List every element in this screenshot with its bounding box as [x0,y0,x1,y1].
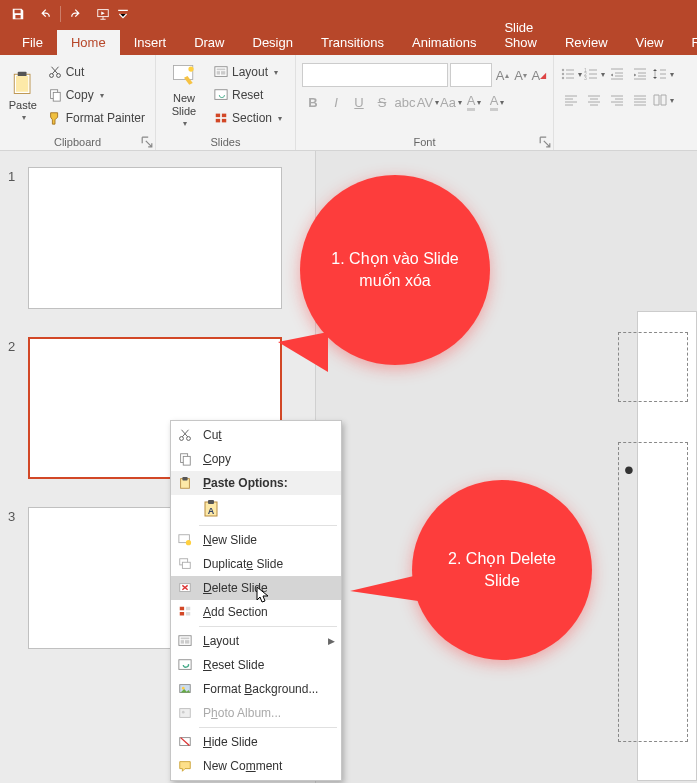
menu-item-comment[interactable]: New Comment [171,754,341,778]
delete-icon [175,578,195,598]
svg-rect-47 [179,660,191,670]
quick-access-toolbar [0,0,697,28]
separator [60,6,61,22]
svg-point-5 [56,74,60,78]
layout-button[interactable]: Layout▾ [210,61,286,83]
increase-font-button[interactable]: A▴ [494,64,510,86]
svg-point-51 [182,711,185,714]
copy-button[interactable]: Copy▾ [44,84,149,106]
tab-home[interactable]: Home [57,30,120,55]
numbering-button[interactable]: 123▾ [583,63,605,85]
text-shadow-button[interactable]: abc [394,91,416,113]
redo-button[interactable] [65,2,89,26]
svg-rect-45 [181,640,185,644]
italic-button[interactable]: I [325,91,347,113]
tab-design[interactable]: Design [239,30,307,55]
undo-button[interactable] [32,2,56,26]
font-name-input[interactable] [302,63,448,87]
tab-review[interactable]: Review [551,30,622,55]
svg-rect-7 [53,92,60,101]
paste-button[interactable]: Paste ▾ [6,59,40,131]
tab-slideshow[interactable]: Slide Show [490,15,551,55]
format-painter-button[interactable]: Format Painter [44,107,149,129]
tab-view[interactable]: View [622,30,678,55]
increase-indent-button[interactable] [629,63,651,85]
start-slideshow-button[interactable] [91,2,115,26]
tab-insert[interactable]: Insert [120,30,181,55]
paste-label: Paste [9,99,37,111]
font-highlight-button[interactable]: A▾ [463,91,485,113]
callout-tail [278,332,328,372]
menu-item-cut[interactable]: Cut [171,423,341,447]
menu-item-layout[interactable]: Layout▶ [171,629,341,653]
strikethrough-button[interactable]: S [371,91,393,113]
svg-rect-44 [181,638,190,640]
align-left-button[interactable] [560,89,582,111]
dialog-launcher-icon[interactable] [539,136,551,148]
new-slide-icon [175,530,195,550]
tab-animations[interactable]: Animations [398,30,490,55]
menu-item-format-bg[interactable]: Format Background... [171,677,341,701]
change-case-button[interactable]: Aa▾ [440,91,462,113]
svg-rect-16 [216,119,220,123]
align-center-button[interactable] [583,89,605,111]
svg-rect-28 [183,456,190,465]
font-size-input[interactable] [450,63,492,87]
ribbon: Paste ▾ Cut Copy▾ Format Painter Clipboa… [0,55,697,151]
bold-button[interactable]: B [302,91,324,113]
menu-item-photo: Photo Album... [171,701,341,725]
paste-keep-formatting-button[interactable]: A [199,496,225,522]
bullets-button[interactable]: ▾ [560,63,582,85]
menu-item-reset[interactable]: Reset Slide [171,653,341,677]
cut-button[interactable]: Cut [44,61,149,83]
svg-rect-39 [180,607,184,611]
tab-transitions[interactable]: Transitions [307,30,398,55]
tab-draw[interactable]: Draw [180,30,238,55]
svg-rect-42 [186,612,190,616]
line-spacing-button[interactable]: ▾ [652,63,674,85]
svg-rect-15 [216,114,220,118]
justify-button[interactable] [629,89,651,111]
new-slide-button[interactable]: New Slide ▾ [162,59,206,131]
columns-button[interactable]: ▾ [652,89,674,111]
chevron-down-icon: ▾ [22,113,26,122]
menu-item-copy[interactable]: Copy [171,447,341,471]
group-font: A▴ A▾ A◢ B I U S abc AV▾ Aa▾ A▾ A▾ Font [296,55,554,150]
tab-file[interactable]: File [8,30,57,55]
menu-header-paste-options: Paste Options: [171,471,341,495]
paste-options-row: A [171,495,341,523]
comment-icon [175,756,195,776]
slide-thumbnail-1[interactable]: 1 [8,167,307,309]
duplicate-icon [175,554,195,574]
character-spacing-button[interactable]: AV▾ [417,91,439,113]
save-button[interactable] [6,2,30,26]
menu-separator [199,525,337,526]
annotation-callout-2: 2. Chọn Delete Slide [412,480,592,660]
clear-formatting-button[interactable]: A◢ [531,64,547,86]
align-right-button[interactable] [606,89,628,111]
menu-item-duplicate[interactable]: Duplicate Slide [171,552,341,576]
menu-separator [199,626,337,627]
customize-qat-button[interactable] [117,2,129,26]
menu-item-hide[interactable]: Hide Slide [171,730,341,754]
svg-rect-46 [185,640,189,644]
decrease-indent-button[interactable] [606,63,628,85]
svg-point-19 [562,69,564,71]
reset-button[interactable]: Reset [210,84,286,106]
underline-button[interactable]: U [348,91,370,113]
svg-rect-17 [222,114,226,118]
menu-separator [199,727,337,728]
svg-point-20 [562,73,564,75]
svg-rect-41 [186,607,190,611]
dialog-launcher-icon[interactable] [141,136,153,148]
menu-item-new-slide[interactable]: New Slide [171,528,341,552]
svg-point-35 [186,540,191,545]
group-label-slides: Slides [156,134,295,150]
svg-point-25 [180,437,184,441]
submenu-arrow-icon: ▶ [328,636,335,646]
font-color-button[interactable]: A▾ [486,91,508,113]
svg-rect-3 [16,76,28,92]
section-button[interactable]: Section▾ [210,107,286,129]
decrease-font-button[interactable]: A▾ [512,64,528,86]
tab-rec[interactable]: Rec [677,30,697,55]
